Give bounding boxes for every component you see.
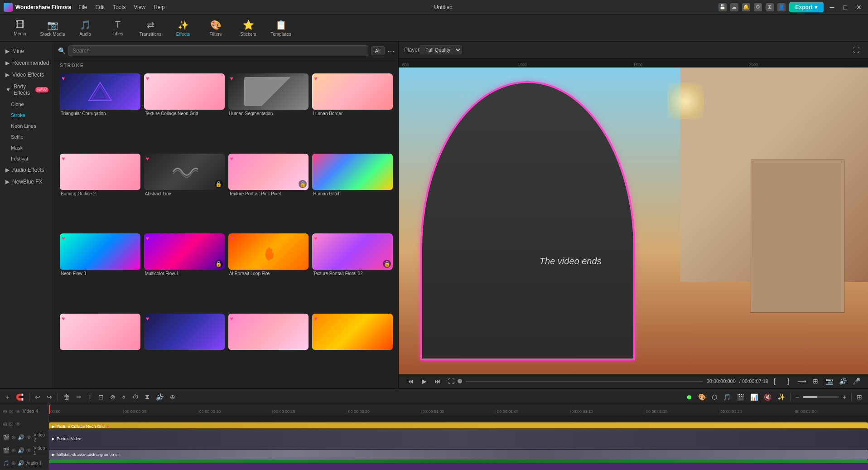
grid-button[interactable]: ⊞ <box>854 392 864 402</box>
menu-view[interactable]: View <box>130 3 149 11</box>
sidebar-item-selfie[interactable]: Selfie <box>0 131 54 142</box>
split-audio-button[interactable]: ⋄ <box>120 392 128 402</box>
zoom-slider[interactable] <box>803 396 839 398</box>
effect-row4-1[interactable]: ♥ <box>60 314 140 385</box>
settings-icon[interactable]: ⚙ <box>754 3 762 11</box>
menu-edit[interactable]: Edit <box>92 3 108 11</box>
vol-audio1-icon[interactable]: 🔊 <box>18 460 24 466</box>
effect-human-glitch[interactable]: ♥ Human Glitch <box>312 154 393 230</box>
crop-tl-button[interactable]: ⊡ <box>96 392 106 402</box>
ai-video-button[interactable]: 🎬 <box>734 392 747 402</box>
menu-help[interactable]: Help <box>150 3 169 11</box>
sidebar-item-clone[interactable]: Clone <box>0 99 54 110</box>
sidebar-item-newblue-fx[interactable]: ▶ NewBlue FX <box>0 176 54 188</box>
add-audio1-icon[interactable]: ⊕ <box>11 460 16 466</box>
sidebar-item-audio-effects[interactable]: ▶ Audio Effects <box>0 164 54 176</box>
fullscreen-button[interactable]: ⛶ <box>445 376 458 387</box>
clip-video1[interactable]: ▶ hallstatt-strasse-austria-grumbo-s... <box>49 450 868 460</box>
export-button[interactable]: Export ▾ <box>789 2 824 12</box>
copy-button[interactable]: ⊕ <box>168 392 178 402</box>
preview-expand-button[interactable]: ⛶ <box>850 44 863 55</box>
effect-texture-collage-neon-grid[interactable]: ♥ Texture Collage Neon Grid <box>144 73 225 150</box>
video1-icon[interactable]: 🎬 <box>3 447 10 454</box>
speed-button[interactable]: ⏱ <box>130 392 141 402</box>
effect-track-icon[interactable]: ⊕ <box>3 421 7 427</box>
audio-video1-icon[interactable]: 🔊 <box>18 447 24 454</box>
tool-audio[interactable]: 🎵 Audio <box>70 16 101 40</box>
snapshot-button[interactable]: 📷 <box>823 376 835 387</box>
audio-tl-button[interactable]: 🔊 <box>154 392 166 402</box>
zoom-out-button[interactable]: − <box>793 392 801 402</box>
preview-quality-select[interactable]: Full Quality <box>420 45 462 54</box>
tool-stock-media[interactable]: 📷 Stock Media <box>37 16 68 40</box>
sidebar-item-neon-lines[interactable]: Neon Lines <box>0 121 54 131</box>
close-button[interactable]: ✕ <box>854 4 864 11</box>
lock-effect-icon[interactable]: ⊠ <box>9 421 14 427</box>
tool-templates[interactable]: 📋 Templates <box>265 16 296 40</box>
mark-out-button[interactable]: ] <box>782 376 795 387</box>
video2-icon[interactable]: 🎬 <box>3 434 10 441</box>
effect-multicolor-flow-1[interactable]: ♥ 🔒 Multicolor Flow 1 <box>144 233 225 310</box>
stabilize-button[interactable]: 📊 <box>748 392 760 402</box>
redo-button[interactable]: ↪ <box>44 392 54 402</box>
prev-frame-button[interactable]: ⏮ <box>404 376 417 387</box>
mark-in-button[interactable]: [ <box>768 376 781 387</box>
bell-icon[interactable]: 🔔 <box>742 3 750 11</box>
vis-video2-icon[interactable]: 👁 <box>26 434 32 441</box>
effect-ai-portrait-loop-fire[interactable]: ♥ AI Portrait Loop Fire <box>228 233 309 310</box>
effect-row4-3[interactable]: ♥ <box>228 314 309 385</box>
add-track-button[interactable]: + <box>4 392 12 402</box>
effect-row4-2[interactable]: ♥ <box>144 314 225 385</box>
tool-effects[interactable]: ✨ Effects <box>168 16 198 40</box>
minimize-button[interactable]: ─ <box>827 4 837 11</box>
menu-tools[interactable]: Tools <box>109 3 129 11</box>
adjust-button[interactable]: ⧗ <box>143 392 152 402</box>
sidebar-item-recommended[interactable]: ▶ Recommended <box>0 57 54 69</box>
volume-button[interactable]: 🔊 <box>836 376 849 387</box>
progress-dot[interactable] <box>458 379 462 383</box>
effect-texture-portrait-pink-pixel[interactable]: ♥ 🔒 Texture Portrait Pink Pixel <box>228 154 309 230</box>
audio1-icon[interactable]: 🎵 <box>3 460 10 466</box>
add-video2-icon[interactable]: ⊕ <box>11 434 16 441</box>
tool-filters[interactable]: 🎨 Filters <box>200 16 231 40</box>
split-button[interactable]: ⟿ <box>796 376 808 387</box>
silence-button[interactable]: 🔇 <box>762 392 774 402</box>
enhance-button[interactable]: ✨ <box>775 392 787 402</box>
ai-audio-button[interactable]: 🎵 <box>721 392 733 402</box>
vis-video1-icon[interactable]: 👁 <box>26 447 32 454</box>
text-button[interactable]: T <box>86 392 94 402</box>
magnet-button[interactable]: 🧲 <box>14 392 26 402</box>
add-track-icon[interactable]: ⊕ <box>3 408 7 415</box>
filter-all-button[interactable]: All <box>371 46 385 55</box>
effect-burning-outline-2[interactable]: ♥ Burning Outline 2 <box>60 154 140 230</box>
tool-transitions[interactable]: ⇄ Transitions <box>135 16 166 40</box>
cloud-icon[interactable]: ☁ <box>730 3 738 11</box>
cut-button[interactable]: ✂ <box>74 392 84 402</box>
tool-media[interactable]: 🎞 Media <box>5 16 35 40</box>
sidebar-item-festival[interactable]: Festival <box>0 153 54 164</box>
effect-triangular-corrugation[interactable]: ♥ Triangular Corrugation <box>60 73 140 150</box>
crop-button[interactable]: ⊞ <box>809 376 822 387</box>
effect-texture-portrait-floral-02[interactable]: ♥ 🔒 Texture Portrait Floral 02 <box>312 233 393 310</box>
sidebar-item-mine[interactable]: ▶ Mine <box>0 45 54 57</box>
audio-video2-icon[interactable]: 🔊 <box>18 434 24 441</box>
effect-neon-flow-3[interactable]: ♥ Neon Flow 3 <box>60 233 140 310</box>
clip-portrait-video[interactable]: ▶ Portrait Video <box>49 428 868 449</box>
voice-button[interactable]: 🎤 <box>850 376 863 387</box>
next-frame-button[interactable]: ⏭ <box>431 376 444 387</box>
search-input[interactable] <box>68 45 368 56</box>
vis-effect-icon[interactable]: 👁 <box>15 421 21 427</box>
lock-track-icon[interactable]: ⊠ <box>9 408 14 415</box>
save-icon[interactable]: 💾 <box>719 3 727 11</box>
record-button[interactable]: ⏺ <box>684 392 694 402</box>
mask-tl-button[interactable]: ⬡ <box>709 392 719 402</box>
sidebar-item-video-effects[interactable]: ▶ Video Effects <box>0 69 54 81</box>
undo-button[interactable]: ↩ <box>33 392 43 402</box>
delete-button[interactable]: 🗑 <box>61 392 72 402</box>
layout-icon[interactable]: ⊞ <box>766 3 774 11</box>
sidebar-item-mask[interactable]: Mask <box>0 142 54 153</box>
playhead[interactable] <box>49 405 50 414</box>
clip-audio1[interactable] <box>49 463 868 470</box>
zoom-in-button[interactable]: + <box>840 392 849 402</box>
progress-bar[interactable] <box>466 381 703 382</box>
